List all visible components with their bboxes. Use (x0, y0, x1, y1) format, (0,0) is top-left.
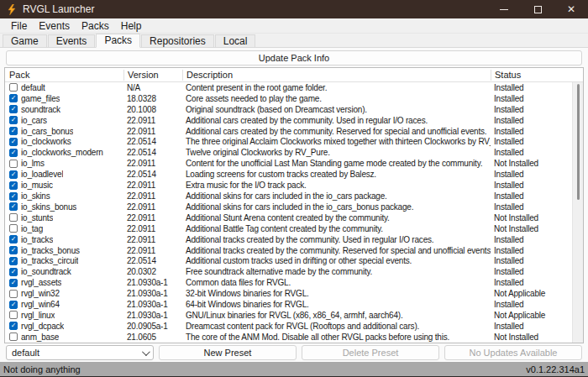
pack-version: 21.0605 (123, 332, 182, 342)
column-header-status[interactable]: Status (491, 70, 571, 81)
pack-version: 20.0302 (123, 267, 182, 276)
menu-help[interactable]: Help (115, 18, 148, 33)
tab-local[interactable]: Local (215, 34, 256, 47)
pack-status: Installed (491, 300, 571, 309)
preset-selected-value: default (12, 348, 39, 358)
table-row[interactable]: ✓io_tracks22.0911Additional tracks creat… (5, 234, 583, 245)
pack-checkbox-checked[interactable]: ✓ (9, 105, 18, 113)
pack-status: Installed (491, 235, 571, 244)
pack-checkbox-checked[interactable]: ✓ (9, 127, 18, 135)
pack-description: Loading screens for custom tracks create… (182, 170, 491, 179)
pack-checkbox-checked[interactable]: ✓ (9, 246, 18, 254)
pack-checkbox-checked[interactable]: ✓ (9, 94, 18, 102)
pack-checkbox-checked[interactable]: ✓ (9, 170, 18, 179)
table-row[interactable]: defaultN/AContent present in the root ga… (5, 82, 583, 93)
table-row[interactable]: anm_base21.0605The core of the ANM Mod. … (5, 332, 583, 343)
pack-name: io_stunts (21, 213, 53, 223)
pack-description: Additional Stunt Arena content created b… (182, 213, 491, 223)
close-icon: ✕ (567, 4, 575, 14)
table-row[interactable]: io_tag22.0911Additional Battle Tag conte… (5, 223, 583, 234)
pack-checkbox-checked[interactable]: ✓ (9, 235, 18, 243)
table-row[interactable]: ✓soundtrack20.1008Original soundtrack (b… (5, 104, 583, 115)
pack-checkbox-checked[interactable]: ✓ (9, 149, 18, 157)
pack-status: Installed (491, 267, 571, 276)
table-row[interactable]: ✓io_tracks_bonus22.0911Additional tracks… (5, 245, 583, 256)
close-button[interactable]: ✕ (554, 0, 588, 18)
menu-file[interactable]: File (5, 18, 33, 33)
pack-version: 22.0514 (123, 148, 182, 157)
pack-checkbox-checked[interactable]: ✓ (9, 322, 18, 330)
tab-events[interactable]: Events (48, 34, 96, 47)
pack-checkbox-unchecked[interactable] (9, 332, 18, 341)
table-row[interactable]: ✓io_cars22.0911Additional cars created b… (5, 115, 583, 126)
table-row[interactable]: rvgl_linux21.0930a-1GNU/Linux binaries f… (5, 310, 583, 321)
minimize-button[interactable] (487, 0, 521, 18)
pack-cell: io_stunts (5, 213, 123, 223)
table-row[interactable]: io_stunts22.0911Additional Stunt Arena c… (5, 212, 583, 223)
pack-cell: ✓io_clockworks (5, 137, 123, 146)
maximize-button[interactable] (521, 0, 554, 18)
table-row[interactable]: ✓io_clockworks_modern22.0514Twelve origi… (5, 147, 583, 158)
table-row[interactable]: rvgl_win3221.0930a-132-bit Windows binar… (5, 288, 583, 299)
pack-checkbox-checked[interactable]: ✓ (9, 301, 18, 309)
pack-checkbox-checked[interactable]: ✓ (9, 181, 18, 190)
pack-checkbox-unchecked[interactable] (9, 213, 18, 222)
table-row[interactable]: io_lms22.0911Content for the unofficial … (5, 158, 583, 169)
pack-cell: anm_base (5, 332, 123, 342)
pack-description: Additional skins for cars included in th… (182, 191, 491, 201)
table-row[interactable]: ✓io_tracks_circuit22.0514Additional cust… (5, 256, 583, 267)
vertical-scrollbar[interactable] (572, 82, 583, 343)
pack-description: Content present in the root game folder. (182, 83, 491, 92)
pack-checkbox-checked[interactable]: ✓ (9, 116, 18, 124)
pack-checkbox-checked[interactable]: ✓ (9, 138, 18, 146)
pack-version: 22.0911 (123, 127, 182, 136)
pack-checkbox-checked[interactable]: ✓ (9, 257, 18, 265)
tab-packs[interactable]: Packs (96, 34, 140, 48)
no-updates-available-button[interactable]: No Updates Available (444, 345, 582, 360)
status-message: Not doing anything (3, 364, 81, 374)
delete-preset-button[interactable]: Delete Preset (302, 345, 439, 360)
pack-version: 22.0911 (123, 191, 182, 201)
pack-status: Installed (491, 94, 571, 103)
table-row[interactable]: ✓io_music22.0911Extra music for the I/O … (5, 180, 583, 191)
pack-checkbox-unchecked[interactable] (9, 311, 18, 319)
pack-checkbox-checked[interactable]: ✓ (9, 268, 18, 276)
column-header-version[interactable]: Version (123, 70, 182, 81)
titlebar[interactable]: RVGL Launcher ✕ (0, 0, 588, 18)
new-preset-button[interactable]: New Preset (159, 345, 297, 360)
preset-select[interactable]: default (6, 345, 154, 360)
table-row[interactable]: ✓io_clockworks22.0514The three original … (5, 137, 583, 148)
column-header-description[interactable]: Description (182, 70, 491, 81)
table-row[interactable]: ✓game_files18.0328Core assets needed to … (5, 93, 583, 104)
table-row[interactable]: ✓io_loadlevel22.0514Loading screens for … (5, 169, 583, 180)
pack-checkbox-unchecked[interactable] (9, 224, 18, 233)
menu-packs[interactable]: Packs (76, 18, 115, 33)
column-header-pack[interactable]: Pack (5, 70, 123, 81)
pack-description: Common data files for RVGL. (182, 278, 491, 287)
packs-pane: Update Pack Info Pack Version Descriptio… (0, 48, 588, 362)
tab-repositories[interactable]: Repositories (141, 34, 214, 47)
menu-events[interactable]: Events (33, 18, 76, 33)
pack-status: Installed (491, 170, 571, 179)
pack-version: 22.0911 (123, 159, 182, 168)
table-row[interactable]: ✓io_cars_bonus22.0911Additional cars cre… (5, 126, 583, 137)
pack-version: 20.0905a-1 (123, 322, 182, 331)
pack-checkbox-checked[interactable]: ✓ (9, 279, 18, 287)
pack-checkbox-unchecked[interactable] (9, 160, 18, 168)
table-row[interactable]: ✓rvgl_dcpack20.0905a-1Dreamcast content … (5, 321, 583, 332)
tab-game[interactable]: Game (3, 34, 47, 47)
pack-checkbox-checked[interactable]: ✓ (9, 192, 18, 201)
scrollbar-thumb[interactable] (577, 84, 580, 200)
table-row[interactable]: ✓io_skins_bonus22.0911Additional skins f… (5, 202, 583, 212)
pack-version: N/A (123, 83, 182, 92)
table-row[interactable]: ✓io_soundtrack20.0302Free soundtrack alt… (5, 266, 583, 277)
pack-version: 22.0911 (123, 213, 182, 223)
table-row[interactable]: ✓io_skins22.0911Additional skins for car… (5, 191, 583, 202)
table-row[interactable]: ✓rvgl_win6421.0930a-164-bit Windows bina… (5, 299, 583, 310)
update-pack-info-button[interactable]: Update Pack Info (6, 50, 582, 65)
pack-checkbox-unchecked[interactable] (9, 290, 18, 298)
pack-checkbox-unchecked[interactable] (9, 83, 18, 92)
pack-name: io_loadlevel (21, 170, 63, 179)
table-row[interactable]: ✓rvgl_assets21.0930a-1Common data files … (5, 277, 583, 288)
pack-checkbox-checked[interactable]: ✓ (9, 202, 18, 211)
